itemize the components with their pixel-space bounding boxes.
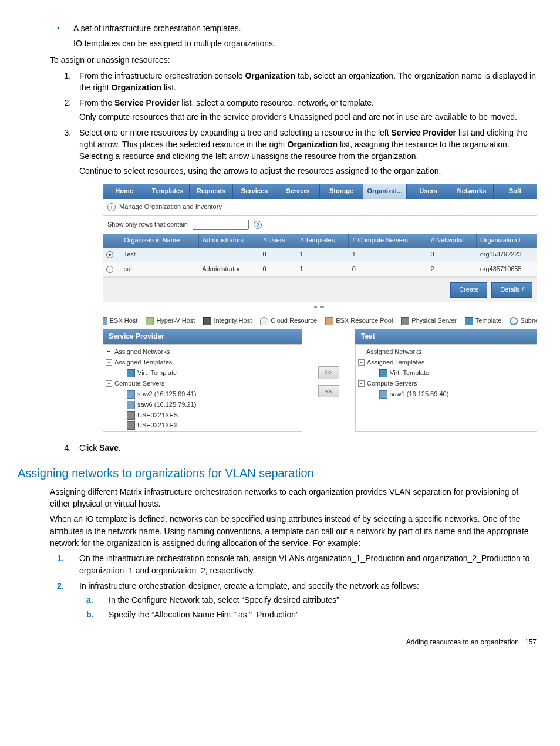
bullet-item: A set of infrastructure orchestration te…: [73, 23, 537, 33]
col-header[interactable]: Organization I: [477, 234, 537, 248]
expander-icon[interactable]: -: [358, 359, 365, 366]
tree-label: Assigned Networks: [366, 347, 421, 357]
tree-item[interactable]: +Assigned Networks: [106, 347, 299, 357]
bold-organization: Organization: [111, 83, 161, 92]
legend-label: Physical Server: [411, 316, 456, 326]
tree-item[interactable]: -Assigned Templates: [106, 357, 299, 368]
ico-pool: [325, 317, 333, 325]
example-2: In infrastructure orchestration designer…: [73, 580, 537, 620]
steps-list: From the infrastructure orchestration co…: [50, 70, 537, 454]
tree-item[interactable]: USE0221XEX: [106, 420, 299, 431]
legend-item: Template: [465, 316, 502, 326]
text: From the infrastructure orchestration co…: [79, 71, 245, 80]
tab-services[interactable]: Services: [233, 184, 276, 199]
tree-label: USE0221XES: [137, 411, 178, 420]
bold-service-provider: Service Provider: [392, 128, 457, 137]
details-button[interactable]: Details /: [491, 282, 532, 298]
expander-icon[interactable]: -: [106, 380, 112, 387]
cell: [103, 262, 120, 276]
tree-label: Virt_Template: [137, 369, 177, 378]
legend-item: Cloud Resource: [260, 316, 317, 326]
drag-grip-icon[interactable]: [314, 306, 326, 308]
ico-tmpl: [465, 317, 473, 325]
cell: 0: [427, 248, 476, 262]
ico-hyperv: [146, 317, 154, 325]
step-2: From the Service Provider list, select a…: [73, 97, 537, 123]
tab-servers[interactable]: Servers: [276, 184, 320, 199]
tree-item[interactable]: USE0221XES: [106, 410, 299, 421]
ico-phys: [401, 317, 409, 325]
col-header[interactable]: Organization Name: [120, 234, 199, 248]
tab-storage[interactable]: Storage: [320, 184, 363, 199]
col-header[interactable]: # Templates: [296, 234, 349, 248]
sub-b: Specify the “Allocation Name Hint:” as “…: [103, 609, 537, 620]
table-row[interactable]: carAdministrator0102org435710655: [103, 262, 537, 276]
cell: [103, 248, 120, 262]
left-pane: Service Provider +Assigned Networks-Assi…: [103, 329, 302, 435]
col-header[interactable]: # Users: [259, 234, 296, 248]
ico-tmpl: [127, 369, 135, 377]
expander-icon[interactable]: -: [106, 359, 112, 366]
tab-requests[interactable]: Requests: [190, 184, 233, 199]
text: list.: [161, 83, 176, 92]
info-icon: i: [107, 203, 116, 211]
legend-item: Integrity Host: [203, 316, 252, 326]
col-header[interactable]: # Compute Servers: [349, 234, 427, 248]
expander-icon[interactable]: +: [106, 349, 112, 355]
button-row: Create Details /: [103, 277, 537, 302]
left-tree[interactable]: +Assigned Networks-Assigned TemplatesVir…: [103, 344, 302, 432]
right-pane: Test Assigned Networks-Assigned Template…: [355, 329, 537, 435]
cell: org153792223: [477, 248, 537, 262]
create-button[interactable]: Create: [450, 282, 487, 298]
tab-soft[interactable]: Soft: [494, 184, 537, 199]
right-tree[interactable]: Assigned Networks-Assigned TemplatesVirt…: [355, 344, 537, 432]
tab-users[interactable]: Users: [407, 184, 450, 199]
sub-header-text: Manage Organization and Inventory: [119, 202, 222, 212]
col-header[interactable]: Administrators: [198, 234, 259, 248]
tab-templates[interactable]: Templates: [146, 184, 190, 199]
move-right-button[interactable]: >>: [318, 366, 339, 379]
ico-tmpl: [379, 369, 387, 377]
tree-item[interactable]: Virt_Template: [358, 368, 534, 379]
org-table: Organization NameAdministrators# Users# …: [103, 234, 537, 277]
radio-icon[interactable]: [106, 266, 113, 273]
tree-label: saw1 (16.125.69.40): [390, 390, 448, 399]
cell: car: [120, 262, 199, 276]
col-header[interactable]: # Networks: [427, 234, 476, 248]
ico-esx: [127, 401, 135, 409]
ico-subnet: [510, 317, 518, 325]
tree-item[interactable]: Virt_Template: [106, 368, 299, 379]
legend-item: ESX Resource Pool: [325, 316, 393, 326]
para-2: When an IO template is defined, networks…: [50, 513, 537, 549]
radio-icon[interactable]: [106, 251, 113, 258]
text: .: [119, 443, 121, 453]
col-header[interactable]: [103, 234, 120, 248]
step-2-para: Only compute resources that are in the s…: [79, 111, 537, 123]
tree-item[interactable]: saw1 (16.125.69.40): [358, 389, 534, 400]
sub-header: i Manage Organization and Inventory: [103, 199, 537, 216]
help-icon[interactable]: ?: [254, 221, 262, 229]
text: In infrastructure orchestration designer…: [79, 581, 419, 590]
tree-label: Assigned Templates: [367, 358, 424, 367]
legend-item: Physical Server: [401, 316, 456, 326]
tree-item[interactable]: saw6 (16.125.79.21): [106, 400, 299, 410]
filter-input[interactable]: [193, 220, 249, 230]
bullet-subtext: IO templates can be assigned to multiple…: [73, 38, 537, 49]
tab-organizat[interactable]: Organizat...: [363, 184, 407, 199]
legend-item: Hyper-V Host: [146, 316, 195, 326]
move-left-button[interactable]: <<: [318, 385, 339, 398]
legend-label: ESX Resource Pool: [336, 316, 393, 326]
tab-home[interactable]: Home: [103, 184, 146, 199]
table-row[interactable]: Test0110org153792223: [103, 248, 537, 262]
tree-item[interactable]: -Compute Servers: [106, 379, 299, 389]
ico-esx: [379, 390, 387, 399]
tree-item[interactable]: saw2 (16.125.69.41): [106, 389, 299, 400]
sub-a: In the Configure Network tab, select “Sp…: [103, 594, 537, 606]
tree-item[interactable]: Assigned Networks: [358, 347, 534, 357]
expander-icon[interactable]: -: [358, 380, 365, 387]
console-screenshot: HomeTemplatesRequestsServicesServersStor…: [103, 184, 537, 435]
tree-item[interactable]: -Compute Servers: [358, 379, 534, 389]
sub-list: In the Configure Network tab, select “Sp…: [79, 594, 537, 620]
tab-networks[interactable]: Networks: [450, 184, 494, 199]
tree-item[interactable]: -Assigned Templates: [358, 357, 534, 368]
